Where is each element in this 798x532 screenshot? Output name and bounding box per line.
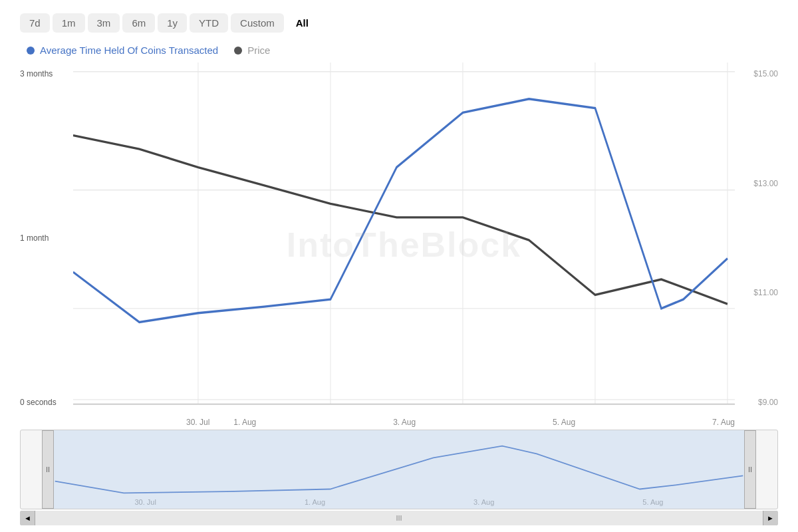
navigator-handle-right[interactable]: II: [744, 430, 756, 509]
legend-dot-price: [234, 47, 242, 55]
scroll-left-button[interactable]: ◄: [21, 511, 35, 525]
y-label-3m: 3 months: [20, 69, 53, 78]
scroll-thumb[interactable]: III: [396, 514, 402, 522]
filter-1y[interactable]: 1y: [158, 13, 187, 33]
chart-svg: [73, 63, 735, 427]
x-label-30jul: 30. Jul: [186, 418, 209, 427]
scroll-right-icon: ►: [767, 514, 774, 522]
filter-6m[interactable]: 6m: [122, 13, 155, 33]
legend-label-avg-time: Average Time Held Of Coins Transacted: [40, 45, 218, 56]
handle-left-icon: II: [46, 466, 50, 473]
legend-dot-avg-time: [27, 47, 35, 55]
y-label-15: $15.00: [753, 69, 778, 78]
filter-custom[interactable]: Custom: [231, 13, 284, 33]
x-label-7aug: 7. Aug: [712, 418, 735, 427]
x-label-3aug: 3. Aug: [393, 418, 416, 427]
y-label-13: $13.00: [753, 179, 778, 188]
y-label-1m: 1 month: [20, 233, 49, 243]
scroll-right-button[interactable]: ►: [763, 511, 777, 525]
main-container: 7d 1m 3m 6m 1y YTD Custom All Average Ti…: [0, 0, 798, 532]
chart-legend: Average Time Held Of Coins Transacted Pr…: [20, 45, 778, 56]
y-axis-right: $15.00 $13.00 $11.00 $9.00: [735, 63, 778, 427]
y-label-9: $9.00: [758, 398, 778, 407]
legend-label-price: Price: [247, 45, 270, 56]
scroll-track[interactable]: III: [35, 511, 763, 525]
x-label-5aug: 5. Aug: [553, 418, 575, 427]
chart-wrapper: 3 months 1 month 0 seconds IntoTheBlock: [20, 63, 778, 427]
legend-avg-time: Average Time Held Of Coins Transacted: [27, 45, 218, 56]
navigator-handle-left[interactable]: II: [42, 430, 54, 509]
x-label-1aug: 1. Aug: [233, 418, 256, 427]
legend-price: Price: [234, 45, 270, 56]
scroll-left-icon: ◄: [24, 514, 31, 522]
chart-main: 3 months 1 month 0 seconds IntoTheBlock: [20, 63, 778, 427]
navigator: II II 30. Jul 1. Aug 3. Aug 5. Aug: [20, 430, 778, 509]
filter-1m[interactable]: 1m: [53, 13, 85, 33]
navigator-selected-range: [54, 430, 744, 509]
scrollbar: ◄ III ►: [20, 511, 778, 525]
y-axis-left: 3 months 1 month 0 seconds: [20, 63, 73, 427]
y-label-11: $11.00: [753, 288, 778, 297]
filter-ytd[interactable]: YTD: [190, 13, 228, 33]
avg-time-line: [73, 99, 728, 323]
filter-all[interactable]: All: [287, 13, 318, 33]
y-label-0s: 0 seconds: [20, 398, 57, 407]
chart-center: IntoTheBlock: [73, 63, 735, 427]
time-filter-bar: 7d 1m 3m 6m 1y YTD Custom All: [20, 13, 778, 33]
filter-3m[interactable]: 3m: [88, 13, 120, 33]
price-line: [73, 136, 728, 304]
handle-right-icon: II: [748, 466, 752, 473]
filter-7d[interactable]: 7d: [20, 13, 50, 33]
